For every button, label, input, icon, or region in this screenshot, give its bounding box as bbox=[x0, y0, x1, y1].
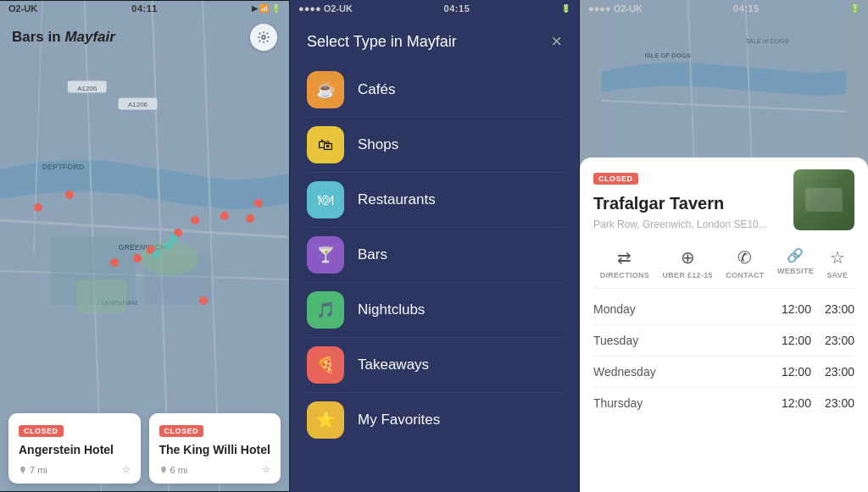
contact-label: CONTACT bbox=[726, 271, 764, 279]
contact-icon: ✆ bbox=[737, 247, 752, 268]
status-bar-3: ●●●● O2-UK 04:15 🔋 bbox=[580, 0, 868, 17]
save-label: SAVE bbox=[826, 271, 848, 279]
map-pin-red[interactable] bbox=[199, 296, 208, 305]
nightclubs-label: Nightclubs bbox=[358, 301, 425, 318]
svg-point-18 bbox=[262, 36, 265, 39]
time-monday: 12:00 23:00 bbox=[782, 302, 854, 316]
uber-icon: ⊕ bbox=[681, 247, 695, 268]
directions-icon: ⇄ bbox=[617, 247, 632, 268]
open-monday: 12:00 bbox=[782, 302, 811, 316]
venue-card-2[interactable]: CLOSED The King Willi Hotel 6 mi ☆ bbox=[149, 413, 281, 484]
select-header: Select Type in Mayfair × bbox=[290, 17, 579, 63]
map-pin-teal[interactable] bbox=[153, 250, 161, 258]
time-3: 04:15 bbox=[733, 3, 760, 14]
status-icons-1: ▶ 📶 🔋 bbox=[252, 4, 281, 13]
takeaways-icon: 🍕 bbox=[307, 346, 344, 384]
closed-badge-1: CLOSED bbox=[19, 425, 64, 437]
svg-text:A1206: A1206 bbox=[128, 101, 148, 108]
type-item-bars[interactable]: 🍸 Bars bbox=[307, 228, 562, 283]
location-icon bbox=[19, 466, 27, 474]
website-button[interactable]: 🔗 WEBSITE bbox=[777, 247, 814, 279]
map-pin-red[interactable] bbox=[220, 212, 229, 220]
time-tuesday: 12:00 23:00 bbox=[782, 334, 854, 347]
cafes-icon: ☕ bbox=[307, 71, 344, 108]
type-item-takeaways[interactable]: 🍕 Takeaways bbox=[307, 338, 562, 393]
restaurants-label: Restaurants bbox=[358, 191, 436, 208]
day-thursday: Thursday bbox=[593, 396, 643, 410]
close-wednesday: 23:00 bbox=[825, 365, 854, 379]
venue-name-1: Angerstein Hotel bbox=[19, 442, 131, 457]
map-pin-red[interactable] bbox=[246, 214, 254, 223]
shops-label: Shops bbox=[358, 136, 398, 153]
time-thursday: 12:00 23:00 bbox=[782, 396, 854, 410]
time-wednesday: 12:00 23:00 bbox=[782, 365, 854, 379]
hours-table: Monday 12:00 23:00 Tuesday 12:00 23:00 W… bbox=[593, 294, 854, 418]
close-thursday: 23:00 bbox=[825, 396, 854, 410]
type-item-shops[interactable]: 🛍 Shops bbox=[307, 118, 562, 173]
map-pin-red[interactable] bbox=[133, 254, 142, 263]
panel-select-type: ●●●● O2-UK 04:15 🔋 Select Type in Mayfai… bbox=[290, 0, 580, 492]
panel-map: O2-UK 04:11 ▶ 📶 🔋 A1206 A1206 DEPTFORD G… bbox=[0, 0, 290, 492]
carrier-3: ●●●● O2-UK bbox=[588, 3, 643, 14]
directions-label: DIRECTIONS bbox=[600, 271, 650, 279]
cafes-label: Cafés bbox=[358, 81, 395, 98]
open-wednesday: 12:00 bbox=[782, 365, 811, 379]
hours-row-tuesday: Tuesday 12:00 23:00 bbox=[593, 325, 854, 357]
uber-label: UBER £12-15 bbox=[662, 271, 712, 279]
map-pin-red[interactable] bbox=[110, 258, 119, 267]
location-icon bbox=[159, 466, 168, 474]
map-pin-red[interactable] bbox=[191, 216, 199, 224]
map-title: Bars in Mayfair bbox=[12, 29, 115, 46]
svg-text:ISLE OF DOGS: ISLE OF DOGS bbox=[645, 52, 691, 59]
card-distance-2: 6 mi bbox=[159, 465, 188, 475]
hours-row-thursday: Thursday 12:00 23:00 bbox=[593, 388, 854, 418]
map-header: Bars in Mayfair bbox=[0, 17, 289, 58]
svg-text:A1206: A1206 bbox=[77, 85, 97, 92]
map-pin-red[interactable] bbox=[65, 191, 74, 199]
venue-card-1[interactable]: CLOSED Angerstein Hotel 7 mi ☆ bbox=[8, 413, 141, 484]
map-pin-red[interactable] bbox=[34, 203, 42, 212]
map-pin-teal[interactable] bbox=[170, 235, 178, 243]
settings-button[interactable] bbox=[250, 24, 277, 51]
card-meta-2: 6 mi ☆ bbox=[159, 464, 271, 475]
venue-status-badge: CLOSED bbox=[593, 173, 638, 185]
contact-button[interactable]: ✆ CONTACT bbox=[726, 247, 764, 279]
favorites-label: My Favorites bbox=[358, 412, 440, 428]
gear-icon bbox=[257, 30, 270, 44]
open-thursday: 12:00 bbox=[782, 396, 811, 410]
time-1: 04:11 bbox=[131, 3, 158, 14]
day-wednesday: Wednesday bbox=[593, 365, 656, 379]
status-icons-3: 🔋 bbox=[850, 4, 860, 13]
svg-rect-17 bbox=[76, 279, 127, 313]
status-bar-1: O2-UK 04:11 ▶ 📶 🔋 bbox=[0, 0, 289, 17]
type-item-restaurants[interactable]: 🍽 Restaurants bbox=[307, 173, 562, 228]
save-icon-2[interactable]: ☆ bbox=[262, 464, 270, 475]
venue-address: Park Row, Greenwich, London SE10... bbox=[593, 218, 785, 230]
venue-name: Trafalgar Tavern bbox=[593, 193, 785, 213]
type-item-cafes[interactable]: ☕ Cafés bbox=[307, 63, 562, 118]
uber-button[interactable]: ⊕ UBER £12-15 bbox=[662, 247, 712, 279]
nightclubs-icon: 🎵 bbox=[307, 291, 344, 329]
type-item-favorites[interactable]: ⭐ My Favorites bbox=[307, 393, 562, 447]
time-2: 04:15 bbox=[444, 3, 470, 14]
save-icon-1[interactable]: ☆ bbox=[122, 464, 131, 475]
type-item-nightclubs[interactable]: 🎵 Nightclubs bbox=[307, 283, 562, 338]
svg-text:DEPTFORD: DEPTFORD bbox=[42, 163, 85, 171]
svg-text:TALE of DOGS: TALE of DOGS bbox=[745, 37, 789, 45]
venue-name-2: The King Willi Hotel bbox=[159, 442, 271, 457]
save-icon: ☆ bbox=[830, 247, 845, 268]
day-tuesday: Tuesday bbox=[593, 334, 638, 347]
status-bar-2: ●●●● O2-UK 04:15 🔋 bbox=[290, 0, 579, 17]
close-button[interactable]: × bbox=[551, 32, 562, 51]
website-label: WEBSITE bbox=[777, 267, 814, 275]
card-distance-1: 7 mi bbox=[19, 465, 47, 475]
venue-photo bbox=[793, 169, 854, 230]
card-meta-1: 7 mi ☆ bbox=[19, 464, 131, 475]
save-button[interactable]: ☆ SAVE bbox=[826, 247, 848, 279]
detail-card: CLOSED Trafalgar Tavern Park Row, Greenw… bbox=[580, 158, 868, 492]
directions-button[interactable]: ⇄ DIRECTIONS bbox=[600, 247, 650, 279]
panel-detail: ●●●● O2-UK 04:15 🔋 ISLE OF DOGS TALE of … bbox=[580, 0, 868, 492]
map-pin-teal[interactable] bbox=[164, 241, 172, 250]
map-pin-red[interactable] bbox=[254, 199, 263, 207]
hours-row-monday: Monday 12:00 23:00 bbox=[593, 294, 854, 325]
